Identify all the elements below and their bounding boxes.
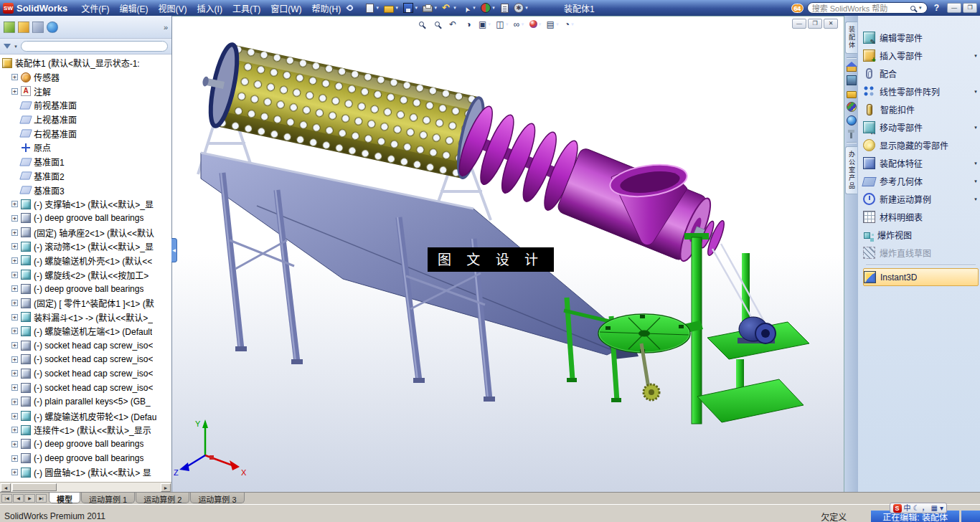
tree-item[interactable]: +(-) 螺旋线<2> (默认<<按加工> [0, 267, 171, 282]
expand-toggle[interactable]: + [11, 370, 18, 376]
menu-编辑(E)[interactable]: 编辑(E) [115, 1, 154, 16]
tree-item[interactable]: 右视基准面 [0, 126, 171, 141]
configurationmanager-tab[interactable] [32, 22, 44, 33]
tab-scroll-button[interactable]: ◀ [13, 494, 24, 503]
graphics-area[interactable]: 图 文 设 计 Y X Z ↶◑▣▼◫▼∞▼▼▤▼◔▼ —❐✕ [172, 16, 844, 492]
display-style-button[interactable]: ◫▼ [495, 18, 509, 30]
tree-item[interactable]: +装料漏斗<1> -> (默认<<默认>_ [0, 310, 171, 324]
tree-item[interactable]: 基准面1 [0, 155, 171, 169]
expand-toggle[interactable]: + [11, 399, 18, 405]
undo-button[interactable]: ▼ [441, 2, 458, 14]
menu-视图(V)[interactable]: 视图(V) [154, 1, 192, 16]
keyboard-icon[interactable]: ▦ [931, 503, 938, 513]
select-button[interactable]: ▼ [461, 2, 477, 14]
tree-item[interactable]: +(固定) [ 零件1^装配体1 ]<1> (默 [0, 296, 171, 310]
doc-minimize-button[interactable]: — [792, 19, 806, 29]
scroll-right-button[interactable]: ► [161, 483, 171, 492]
dropdown-arrow-icon[interactable]: ▼ [414, 6, 418, 10]
tree-item[interactable]: 基准面3 [0, 183, 171, 197]
tree-item[interactable]: +(-) deep groove ball bearings [0, 437, 171, 452]
auto-show-pin-icon[interactable] [850, 132, 852, 138]
flyout-arrow-icon[interactable]: ▼ [974, 54, 978, 58]
dropdown-arrow-icon[interactable]: ▼ [524, 6, 529, 10]
apply-scene-button[interactable]: ▤▼ [546, 18, 560, 30]
expand-toggle[interactable]: + [11, 356, 18, 363]
tree-item[interactable]: +(-) 螺旋输送机左端<1> (Default [0, 324, 171, 338]
filter-dropdown-icon[interactable]: ▼ [14, 44, 18, 49]
tab-运动算例 3[interactable]: 运动算例 3 [190, 493, 244, 503]
tree-item[interactable]: +(-) 圆盘轴<1> (默认<<默认> 显 [0, 465, 171, 480]
tree-item[interactable]: +传感器 [0, 70, 171, 85]
filter-funnel-icon[interactable] [4, 44, 11, 49]
rebuild-button[interactable]: ▼ [480, 2, 496, 14]
instant3d-button[interactable]: Instant3D [863, 268, 979, 286]
explode-line-sketch-button[interactable]: 爆炸直线草图 [863, 244, 979, 262]
propertymanager-tab[interactable] [18, 22, 29, 33]
tree-item[interactable]: 上视基准面 [0, 113, 171, 127]
tab-运动算例 2[interactable]: 运动算例 2 [136, 493, 189, 503]
new-document-button[interactable]: ▼ [364, 3, 380, 14]
tree-item[interactable]: +(-) 螺旋输送机外壳<1> (默认<< [0, 254, 171, 268]
linear-component-pattern-button[interactable]: 线性零部件阵列▼ [863, 82, 979, 100]
tab-scroll-button[interactable]: ▶ [24, 494, 35, 503]
flyout-arrow-icon[interactable]: ▼ [974, 90, 978, 94]
previous-view-button[interactable]: ↶ [446, 18, 459, 30]
minimize-button[interactable]: — [947, 3, 961, 13]
scrollbar-thumb[interactable] [12, 483, 57, 491]
zoom-to-area-button[interactable] [430, 18, 443, 30]
flyout-arrow-icon[interactable]: ▼ [974, 125, 978, 130]
status-corner-box[interactable] [961, 511, 980, 522]
expand-toggle[interactable]: + [11, 201, 18, 207]
scroll-left-button[interactable]: ◄ [1, 483, 11, 492]
dropdown-arrow-icon[interactable]: ▼ [538, 22, 542, 27]
tree-item[interactable]: +(-) 支撑轴<1> (默认<<默认>_显 [0, 197, 171, 212]
move-component-button[interactable]: 移动零部件▼ [863, 118, 979, 136]
appearances-scenes-tab-icon[interactable] [847, 115, 857, 125]
flyout-arrow-icon[interactable]: ▼ [974, 161, 978, 166]
menu-pin-icon[interactable] [347, 4, 354, 11]
dropdown-arrow-icon[interactable]: ▼ [487, 22, 491, 27]
expand-toggle[interactable]: + [11, 257, 18, 264]
tree-horizontal-scrollbar[interactable]: ◄ ► [0, 482, 171, 492]
expand-toggle[interactable]: + [11, 342, 18, 348]
tree-item[interactable]: +(-) deep groove ball bearings [0, 212, 171, 226]
ime-menu-icon[interactable]: ▾ [940, 503, 943, 513]
tree-item[interactable]: +(-) plain parallel keys<5> (GB_ [0, 395, 171, 409]
fullwidth-icon[interactable]: ☾ [913, 503, 920, 513]
tab-模型[interactable]: 模型 [49, 493, 80, 503]
restore-button[interactable]: ❐ [963, 3, 977, 13]
menu-窗口(W)[interactable]: 窗口(W) [265, 1, 306, 16]
expand-toggle[interactable]: + [11, 441, 18, 447]
bill-of-materials-button[interactable]: 材料明细表 [863, 208, 979, 226]
menu-工具(T)[interactable]: 工具(T) [227, 1, 265, 16]
file-explorer-tab-icon[interactable] [847, 91, 857, 98]
exploded-view-button[interactable]: 爆炸视图 [863, 226, 979, 244]
3d-viewport-canvas[interactable]: 图 文 设 计 Y X Z [172, 16, 844, 492]
expand-toggle[interactable]: + [11, 285, 18, 292]
options-button[interactable]: ▼ [513, 2, 529, 14]
dropdown-arrow-icon[interactable]: ▼ [395, 6, 399, 10]
view-palette-tab-icon[interactable] [847, 102, 857, 112]
edit-component-button[interactable]: 编辑零部件 [863, 29, 979, 47]
zoom-to-fit-button[interactable] [415, 18, 428, 30]
panel-collapse-handle[interactable]: ◀ [171, 238, 177, 262]
expand-toggle[interactable]: + [11, 469, 18, 475]
tree-item[interactable]: +(-) socket head cap screw_iso< [0, 352, 171, 366]
featuremanager-tab[interactable] [4, 22, 15, 33]
flyout-arrow-icon[interactable]: ▼ [974, 179, 978, 184]
dropdown-arrow-icon[interactable]: ▼ [520, 22, 524, 27]
punctuation-icon[interactable]: ， [922, 503, 929, 513]
mate-button[interactable]: 配合 [863, 65, 979, 82]
tree-item[interactable]: 装配体1 (默认<默认_显示状态-1: [0, 56, 171, 70]
commandmanager-tab-office[interactable]: 办公室产品 [845, 146, 857, 194]
open-document-button[interactable]: ▼ [383, 3, 400, 14]
file-properties-button[interactable] [499, 3, 510, 14]
expand-toggle[interactable]: + [11, 384, 18, 391]
expand-toggle[interactable]: + [11, 229, 18, 236]
expand-toggle[interactable]: + [11, 427, 18, 433]
doc-close-button[interactable]: ✕ [824, 19, 838, 29]
tree-item[interactable]: +(-) socket head cap screw_iso< [0, 338, 171, 353]
help-button[interactable]: ? [934, 3, 939, 13]
tree-item[interactable]: +(-) socket head cap screw_iso< [0, 366, 171, 381]
menu-插入(I)[interactable]: 插入(I) [192, 1, 227, 16]
